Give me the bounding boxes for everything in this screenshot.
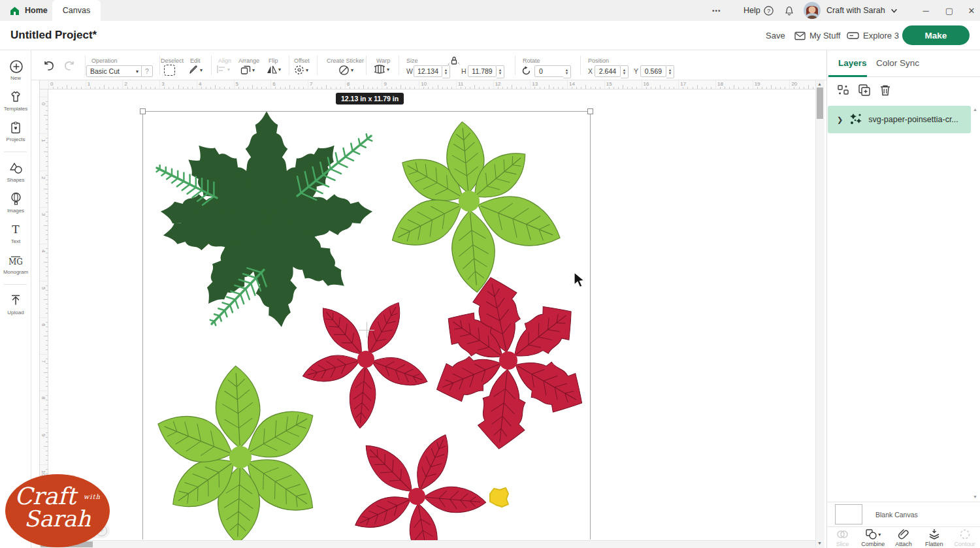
arrange-button[interactable]: ▾ bbox=[240, 65, 255, 75]
save-button[interactable]: Save bbox=[766, 21, 785, 50]
contour-button: Contour bbox=[949, 527, 980, 548]
vertical-scrollbar-thumb[interactable] bbox=[817, 88, 823, 119]
expand-chevron-icon[interactable]: ❯ bbox=[837, 116, 843, 124]
sidebar-item-images[interactable]: Images bbox=[0, 192, 31, 214]
combine-button[interactable]: ▾Combine bbox=[858, 527, 889, 548]
redo-button[interactable] bbox=[63, 61, 76, 71]
create-sticker-button[interactable]: ▾ bbox=[338, 65, 353, 76]
width-input[interactable]: 12.134 bbox=[414, 65, 442, 77]
machine-select[interactable]: Explore 3 bbox=[847, 21, 899, 50]
selection-handle-topright[interactable] bbox=[587, 108, 593, 114]
sidebar-item-shapes[interactable]: Shapes bbox=[0, 161, 31, 183]
group-objects-icon[interactable] bbox=[837, 84, 850, 97]
canvas-tab-label: Canvas bbox=[63, 6, 90, 15]
svg-text:T: T bbox=[12, 223, 20, 236]
home-label: Home bbox=[25, 6, 48, 15]
tab-layers[interactable]: Layers bbox=[838, 58, 867, 68]
flatten-icon bbox=[928, 528, 940, 540]
size-lock-icon[interactable] bbox=[448, 56, 461, 66]
selection-top-edge[interactable] bbox=[142, 111, 590, 112]
action-label: Contour bbox=[955, 541, 975, 547]
flip-button[interactable]: ▾ bbox=[267, 65, 281, 74]
more-menu-button[interactable]: ••• bbox=[712, 0, 721, 21]
notifications-button[interactable] bbox=[784, 0, 794, 21]
tab-canvas[interactable]: Canvas bbox=[52, 0, 101, 21]
blank-canvas-row[interactable]: Blank Canvas bbox=[827, 502, 980, 527]
sidebar-item-label: Shapes bbox=[7, 177, 24, 183]
sidebar-item-monogram[interactable]: MGMonogram bbox=[0, 253, 31, 275]
layer-item-selected[interactable]: ❯ svg-paper-poinsettia-cr... bbox=[828, 106, 971, 133]
vertical-scrollbar[interactable] bbox=[815, 80, 825, 548]
x-stepper[interactable]: ▲▼ bbox=[621, 65, 629, 78]
panel-scroll-down-arrow[interactable]: ▼ bbox=[973, 494, 977, 499]
deselect-button[interactable] bbox=[164, 65, 175, 76]
poinsettia-flower[interactable] bbox=[429, 273, 593, 451]
height-stepper[interactable]: ▲▼ bbox=[497, 65, 504, 78]
panel-scroll-up-arrow[interactable]: ▲ bbox=[973, 107, 977, 112]
rotate-icon[interactable] bbox=[521, 66, 531, 76]
selection-left-edge[interactable] bbox=[142, 111, 143, 540]
sidebar-item-templates[interactable]: Templates bbox=[0, 90, 31, 112]
height-input[interactable]: 11.789 bbox=[468, 65, 497, 77]
selection-right-edge[interactable] bbox=[590, 111, 591, 540]
operation-select[interactable]: Basic Cut▾ bbox=[86, 65, 142, 77]
duplicate-icon[interactable] bbox=[858, 84, 871, 97]
minimize-button[interactable]: ─ bbox=[916, 0, 936, 21]
scroll-up-arrow[interactable]: ▲ bbox=[817, 82, 822, 86]
ruler-number: 6 bbox=[41, 323, 46, 326]
poinsettia-flower[interactable] bbox=[383, 120, 568, 294]
tab-color-sync[interactable]: Color Sync bbox=[876, 58, 919, 68]
rotate-input[interactable]: 0 bbox=[534, 65, 567, 77]
y-stepper[interactable]: ▲▼ bbox=[666, 65, 674, 78]
width-stepper[interactable]: ▲▼ bbox=[442, 65, 450, 78]
scroll-down-arrow[interactable]: ▼ bbox=[817, 541, 822, 545]
blank-canvas-thumbnail bbox=[835, 504, 862, 524]
sidebar-item-new[interactable]: New bbox=[0, 59, 31, 81]
warp-button[interactable]: ▾ bbox=[374, 65, 389, 74]
sidebar-item-projects[interactable]: Projects bbox=[0, 121, 31, 142]
poinsettia-flower[interactable] bbox=[150, 364, 325, 540]
holly-leaf-cluster[interactable] bbox=[159, 112, 374, 330]
home-tab[interactable]: Home bbox=[9, 0, 48, 21]
sidebar-item-label: Images bbox=[7, 208, 24, 214]
ruler-number: 8 bbox=[41, 396, 46, 399]
poinsettia-flower[interactable] bbox=[350, 430, 487, 540]
poinsettia-flower[interactable] bbox=[300, 297, 432, 429]
maximize-button[interactable]: ▢ bbox=[939, 0, 959, 21]
close-button[interactable]: ✕ bbox=[962, 0, 980, 21]
bell-icon bbox=[784, 5, 794, 16]
flatten-button[interactable]: Flatten bbox=[919, 527, 949, 548]
sidebar-item-text[interactable]: TText bbox=[0, 223, 31, 244]
design-artwork[interactable] bbox=[48, 89, 815, 540]
y-input[interactable]: 0.569 bbox=[640, 65, 666, 77]
x-input[interactable]: 2.644 bbox=[595, 65, 621, 77]
combine-icon bbox=[865, 528, 877, 540]
sidebar-item-upload[interactable]: Upload bbox=[0, 294, 31, 315]
undo-button[interactable] bbox=[42, 61, 56, 71]
selection-handle-topleft[interactable] bbox=[140, 108, 146, 114]
delete-icon[interactable] bbox=[879, 84, 891, 97]
attach-button[interactable]: Attach bbox=[889, 527, 919, 548]
layer-thumbnail bbox=[848, 112, 864, 127]
offset-button[interactable]: ▾ bbox=[294, 65, 308, 75]
operation-help-button[interactable]: ? bbox=[141, 65, 153, 77]
horizontal-ruler: 01234567891011121314151617181920 bbox=[39, 80, 815, 89]
contour-icon bbox=[959, 528, 971, 540]
text-icon: T bbox=[9, 223, 23, 236]
home-icon bbox=[9, 5, 20, 16]
height-label: H bbox=[461, 67, 466, 75]
yellow-flower-center[interactable] bbox=[490, 488, 508, 507]
help-menu[interactable]: Help ? bbox=[743, 0, 774, 21]
action-label: Attach bbox=[895, 541, 912, 547]
arrange-label: Arrange bbox=[238, 57, 259, 64]
edit-button[interactable]: ▾ bbox=[188, 65, 203, 75]
horizontal-scrollbar[interactable] bbox=[39, 540, 815, 548]
account-menu[interactable]: Craft with Sarah bbox=[804, 0, 898, 21]
rotate-stepper[interactable]: ▲▼ bbox=[563, 65, 571, 78]
machine-label: Explore 3 bbox=[863, 31, 899, 40]
make-button[interactable]: Make bbox=[902, 25, 970, 45]
avatar bbox=[804, 2, 821, 19]
layer-name: svg-paper-poinsettia-cr... bbox=[868, 115, 958, 124]
my-stuff-button[interactable]: My Stuff bbox=[794, 21, 840, 50]
marquee-icon bbox=[164, 65, 175, 76]
